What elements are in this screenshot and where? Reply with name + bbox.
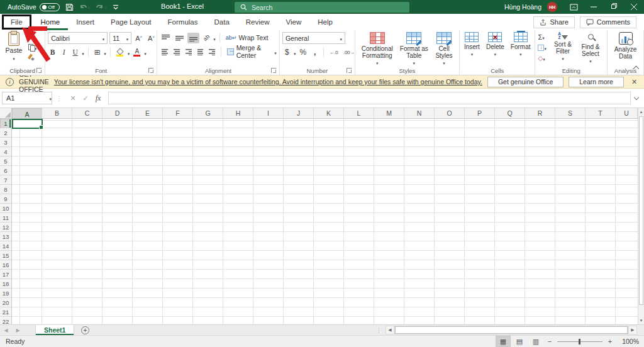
cancel-button[interactable]: ✕ bbox=[67, 94, 79, 102]
row-header-7[interactable]: 7 bbox=[0, 175, 11, 185]
row-header-17[interactable]: 17 bbox=[0, 270, 11, 279]
column-header-M[interactable]: M bbox=[374, 108, 404, 118]
row-header-15[interactable]: 15 bbox=[0, 251, 11, 260]
close-button[interactable] bbox=[624, 0, 644, 14]
column-header-P[interactable]: P bbox=[465, 108, 495, 118]
column-header-D[interactable]: D bbox=[103, 108, 133, 118]
fill-button[interactable]: ↓ bbox=[538, 43, 547, 52]
get-genuine-office-button[interactable]: Get genuine Office bbox=[487, 77, 564, 87]
selected-cell-A1[interactable] bbox=[12, 119, 43, 129]
zoom-out-button[interactable]: − bbox=[545, 338, 555, 345]
number-format-select[interactable]: General bbox=[282, 32, 345, 44]
merge-center-button[interactable]: Merge & Center bbox=[225, 47, 273, 57]
column-header-S[interactable]: S bbox=[555, 108, 586, 118]
row-header-8[interactable]: 8 bbox=[0, 185, 11, 194]
page-layout-view-button[interactable]: ▤ bbox=[512, 336, 527, 347]
bottom-align-button[interactable] bbox=[187, 33, 199, 43]
zoom-in-button[interactable]: + bbox=[605, 338, 615, 345]
decrease-indent-button[interactable] bbox=[196, 47, 206, 57]
scroll-up-icon[interactable]: ▲ bbox=[638, 108, 644, 116]
row-header-10[interactable]: 10 bbox=[0, 204, 11, 213]
row-header-12[interactable]: 12 bbox=[0, 223, 11, 232]
enter-button[interactable]: ✓ bbox=[79, 94, 92, 102]
row-header-1[interactable]: 1 bbox=[0, 119, 11, 128]
column-header-N[interactable]: N bbox=[404, 108, 435, 118]
row-header-21[interactable]: 21 bbox=[0, 307, 11, 317]
tab-review[interactable]: Review bbox=[238, 14, 278, 30]
italic-button[interactable]: I bbox=[59, 47, 69, 58]
delete-cells-button[interactable]: Delete bbox=[484, 32, 506, 58]
restore-button[interactable] bbox=[604, 0, 624, 14]
conditional-formatting-button[interactable]: Conditional Formatting bbox=[358, 32, 397, 67]
column-header-U[interactable]: U bbox=[616, 108, 638, 118]
autosave-toggle[interactable]: AutoSave Off bbox=[8, 3, 60, 11]
row-header-4[interactable]: 4 bbox=[0, 147, 11, 157]
column-header-R[interactable]: R bbox=[525, 108, 555, 118]
format-cells-button[interactable]: Format bbox=[509, 32, 533, 58]
share-button[interactable]: Share bbox=[533, 16, 574, 28]
autosum-button[interactable]: Σ bbox=[538, 32, 547, 41]
cells-area[interactable] bbox=[12, 119, 638, 324]
column-header-T[interactable]: T bbox=[586, 108, 616, 118]
font-size-select[interactable]: 11 bbox=[109, 32, 131, 44]
avatar[interactable]: HH bbox=[547, 2, 557, 12]
tab-view[interactable]: View bbox=[278, 14, 310, 30]
undo-button[interactable] bbox=[79, 3, 91, 11]
orientation-button[interactable]: ab bbox=[201, 33, 211, 43]
vertical-scroll-thumb[interactable] bbox=[639, 116, 643, 305]
row-header-2[interactable]: 2 bbox=[0, 128, 11, 138]
ribbon-display-options-button[interactable] bbox=[564, 0, 584, 14]
row-header-14[interactable]: 14 bbox=[0, 241, 11, 251]
row-header-16[interactable]: 16 bbox=[0, 260, 11, 270]
expand-formula-bar-button[interactable] bbox=[631, 97, 642, 99]
tab-help[interactable]: Help bbox=[309, 14, 341, 30]
insert-cells-button[interactable]: Insert bbox=[462, 32, 482, 58]
customize-quick-access-button[interactable] bbox=[113, 4, 119, 10]
font-color-button[interactable]: A bbox=[131, 47, 142, 58]
horizontal-scroll-thumb[interactable] bbox=[395, 326, 628, 334]
number-dialog-launcher[interactable] bbox=[347, 68, 352, 73]
sheet-tab-sheet1[interactable]: Sheet1 bbox=[35, 325, 74, 335]
vertical-scrollbar[interactable]: ▲ ▼ bbox=[638, 108, 644, 324]
bold-button[interactable]: B bbox=[48, 47, 57, 58]
copy-button[interactable] bbox=[28, 43, 37, 52]
column-header-A[interactable]: A bbox=[12, 108, 42, 119]
insert-function-button[interactable]: fx bbox=[92, 94, 104, 103]
column-header-L[interactable]: L bbox=[344, 108, 374, 118]
align-left-button[interactable] bbox=[160, 47, 170, 57]
zoom-slider[interactable] bbox=[557, 341, 602, 342]
underline-button[interactable]: U bbox=[70, 47, 80, 58]
column-header-K[interactable]: K bbox=[314, 108, 344, 118]
row-header-13[interactable]: 13 bbox=[0, 232, 11, 241]
user-name[interactable]: Hùng Hoàng bbox=[504, 3, 541, 11]
column-header-C[interactable]: C bbox=[72, 108, 103, 118]
tab-data[interactable]: Data bbox=[206, 14, 238, 30]
font-family-select[interactable]: Calibri bbox=[48, 32, 108, 44]
zoom-slider-thumb[interactable] bbox=[579, 339, 580, 344]
learn-more-button[interactable]: Learn more bbox=[569, 77, 624, 87]
font-dialog-launcher[interactable] bbox=[148, 68, 153, 73]
percent-style-button[interactable]: % bbox=[297, 47, 308, 58]
tab-file[interactable]: File bbox=[2, 14, 31, 30]
comma-style-button[interactable]: , bbox=[310, 47, 319, 58]
name-box[interactable]: A1 bbox=[2, 92, 52, 104]
cut-button[interactable]: ✂ bbox=[28, 33, 37, 41]
hscroll-right-icon[interactable]: ▶ bbox=[628, 326, 637, 334]
sheetbar-divider[interactable]: ⋮ bbox=[372, 325, 386, 335]
column-header-J[interactable]: J bbox=[284, 108, 314, 118]
decrease-decimal-button[interactable]: .00→ bbox=[341, 47, 356, 58]
column-header-G[interactable]: G bbox=[193, 108, 223, 118]
tab-insert[interactable]: Insert bbox=[68, 14, 103, 30]
row-header-19[interactable]: 19 bbox=[0, 289, 11, 298]
analyze-data-button[interactable]: Analyze Data bbox=[610, 32, 641, 60]
minimize-button[interactable] bbox=[584, 0, 604, 14]
column-header-E[interactable]: E bbox=[133, 108, 163, 118]
row-header-5[interactable]: 5 bbox=[0, 157, 11, 166]
row-header-3[interactable]: 3 bbox=[0, 138, 11, 147]
increase-decimal-button[interactable]: ←.0 bbox=[328, 47, 340, 58]
top-align-button[interactable] bbox=[160, 33, 172, 43]
row-header-6[interactable]: 6 bbox=[0, 166, 11, 175]
column-header-I[interactable]: I bbox=[253, 108, 284, 118]
tab-page-layout[interactable]: Page Layout bbox=[103, 14, 160, 30]
borders-button[interactable]: ⊞ bbox=[92, 47, 103, 58]
